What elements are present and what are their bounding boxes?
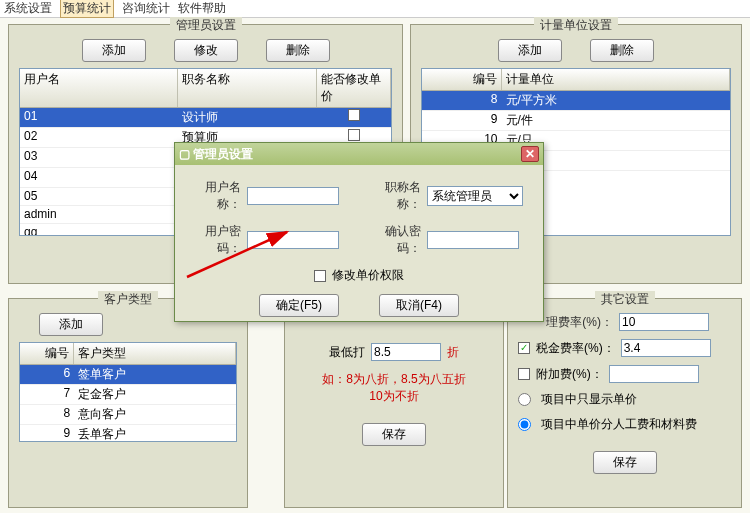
col-id[interactable]: 编号: [422, 69, 502, 90]
panel-ctype: 客户类型 添加 编号 客户类型 6签单客户7定金客户8意向客户9丢单客户: [8, 298, 248, 508]
cancel-button[interactable]: 取消(F4): [379, 294, 459, 317]
job-select[interactable]: 系统管理员: [427, 186, 523, 206]
table-row[interactable]: 7定金客户: [20, 385, 236, 405]
menu-consult[interactable]: 咨询统计: [122, 0, 170, 17]
col-user[interactable]: 用户名: [20, 69, 178, 107]
col-name[interactable]: 客户类型: [74, 343, 236, 364]
radio-split-price[interactable]: [518, 418, 531, 431]
col-id[interactable]: 编号: [20, 343, 74, 364]
discount-hint: 如：8为八折，8.5为八五折10为不折: [295, 371, 493, 405]
tax-label: 税金费率(%)：: [536, 340, 615, 357]
col-name[interactable]: 计量单位: [502, 69, 730, 90]
user-label: 用户名称：: [185, 179, 241, 213]
dialog-title: ▢ 管理员设置: [179, 146, 253, 163]
panel-other-title: 其它设置: [595, 291, 655, 308]
radio-show-price-only[interactable]: [518, 393, 531, 406]
table-row[interactable]: 9丢单客户: [20, 425, 236, 442]
pwd2-input[interactable]: [427, 231, 519, 249]
discount-input[interactable]: [371, 343, 441, 361]
add-button[interactable]: 添加: [498, 39, 562, 62]
discount-label: 最低打: [329, 344, 365, 361]
save-button[interactable]: 保存: [362, 423, 426, 446]
add-button[interactable]: 添加: [82, 39, 146, 62]
table-row[interactable]: 8元/平方米: [422, 91, 730, 111]
close-icon[interactable]: ✕: [521, 146, 539, 162]
perm-checkbox[interactable]: [314, 270, 326, 282]
table-row[interactable]: 9元/件: [422, 111, 730, 131]
extra-input[interactable]: [609, 365, 699, 383]
panel-discount: 最低打 折 如：8为八折，8.5为八五折10为不折 保存: [284, 298, 504, 508]
pwd2-label: 确认密码：: [365, 223, 421, 257]
save-button[interactable]: 保存: [593, 451, 657, 474]
tax-checkbox[interactable]: ✓: [518, 342, 530, 354]
radio-split-price-label: 项目中单价分人工费和材料费: [541, 416, 697, 433]
ctype-table[interactable]: 编号 客户类型 6签单客户7定金客户8意向客户9丢单客户: [19, 342, 237, 442]
mgmt-input[interactable]: [619, 313, 709, 331]
panel-ctype-title: 客户类型: [98, 291, 158, 308]
extra-label: 附加费(%)：: [536, 366, 603, 383]
admin-edit-dialog: ▢ 管理员设置 ✕ 用户名称： 职称名称： 系统管理员 用户密码： 确认密码： …: [174, 142, 544, 322]
panel-admin-title: 管理员设置: [170, 17, 242, 34]
table-row[interactable]: 8意向客户: [20, 405, 236, 425]
delete-button[interactable]: 删除: [590, 39, 654, 62]
menu-budget[interactable]: 预算统计: [60, 0, 114, 18]
add-button[interactable]: 添加: [39, 313, 103, 336]
edit-button[interactable]: 修改: [174, 39, 238, 62]
col-canedit[interactable]: 能否修改单价: [317, 69, 391, 107]
pwd-label: 用户密码：: [185, 223, 241, 257]
table-row[interactable]: 6签单客户: [20, 365, 236, 385]
pwd-input[interactable]: [247, 231, 339, 249]
menu-bar: 系统设置 预算统计 咨询统计 软件帮助: [0, 0, 750, 18]
ok-button[interactable]: 确定(F5): [259, 294, 339, 317]
table-row[interactable]: 01设计师: [20, 108, 391, 128]
tax-input[interactable]: [621, 339, 711, 357]
job-label: 职称名称：: [365, 179, 421, 213]
menu-help[interactable]: 软件帮助: [178, 0, 226, 17]
menu-system[interactable]: 系统设置: [4, 0, 52, 17]
delete-button[interactable]: 删除: [266, 39, 330, 62]
discount-unit: 折: [447, 344, 459, 361]
panel-unit-title: 计量单位设置: [534, 17, 618, 34]
extra-checkbox[interactable]: [518, 368, 530, 380]
user-input[interactable]: [247, 187, 339, 205]
perm-label: 修改单价权限: [332, 267, 404, 284]
radio-show-price-only-label: 项目中只显示单价: [541, 391, 637, 408]
col-job[interactable]: 职务名称: [178, 69, 317, 107]
panel-other: 其它设置 理费率(%)： ✓ 税金费率(%)： 附加费(%)： 项目中只显示单价: [507, 298, 742, 508]
